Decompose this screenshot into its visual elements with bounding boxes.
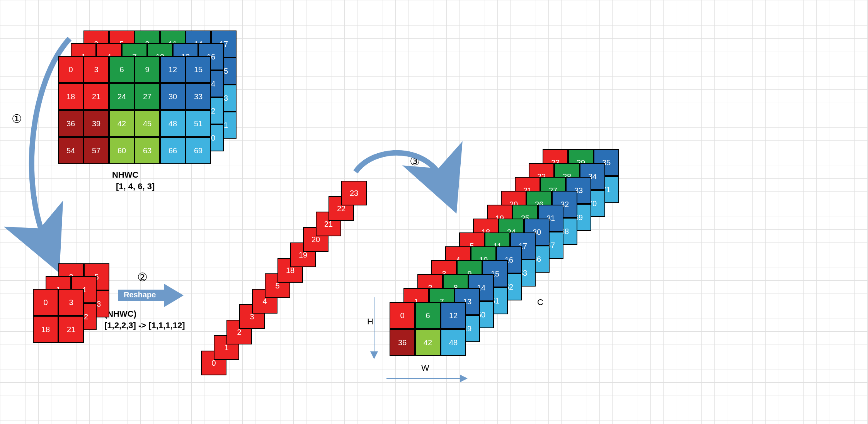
- step-2-marker: ②: [137, 270, 148, 284]
- tensorA-l0-r3-c2: 60: [109, 137, 134, 164]
- tensorA-l0-r2-c2: 42: [109, 110, 134, 137]
- tensorA-l0-r1-c1: 21: [83, 83, 109, 110]
- tensorB-l0-r0-c1: 3: [58, 289, 84, 316]
- tensorA-l0-r3-c0: 54: [58, 137, 83, 164]
- tensor-a-shape-label: [1, 4, 6, 3]: [116, 181, 155, 192]
- tensorA-l0-r2-c4: 48: [160, 110, 186, 137]
- tensorA-l0-r3-c4: 66: [160, 137, 186, 164]
- tensorC-l0-r1-c2: 48: [441, 329, 466, 356]
- tensorA-l0-r1-c2: 24: [109, 83, 134, 110]
- tensorA-l0-r1-c3: 27: [134, 83, 160, 110]
- tensorA-l0-r2-c0: 36: [58, 110, 83, 137]
- tensorA-l0-r0-c4: 12: [160, 56, 186, 83]
- tensorA-l0-r2-c3: 45: [134, 110, 160, 137]
- tensorA-l0-r0-c2: 6: [109, 56, 134, 83]
- tensorA-l0-r3-c1: 57: [83, 137, 109, 164]
- tensorA-l0-r1-c0: 18: [58, 83, 83, 110]
- tensorB-l0-r1-c0: 18: [33, 316, 58, 343]
- tensorC-l0-r0-c0: 0: [390, 302, 415, 329]
- tensorA-l0-r2-c1: 39: [83, 110, 109, 137]
- tensorB-l0-r1-c1: 21: [58, 316, 84, 343]
- tensor-b-shape-label: [1,2,2,3] -> [1,1,1,12]: [104, 321, 185, 331]
- ladder-11: 23: [341, 181, 367, 205]
- tensorC-l0-r0-c2: 12: [441, 302, 466, 329]
- tensorA-l0-r1-c5: 33: [186, 83, 211, 110]
- tensorB-l0-r0-c0: 0: [33, 289, 58, 316]
- arrow-3: [352, 141, 452, 203]
- tensorA-l0-r3-c5: 69: [186, 137, 211, 164]
- tensorA-l0-r1-c4: 30: [160, 83, 186, 110]
- tensorA-l0-r3-c3: 63: [134, 137, 160, 164]
- tensorA-l0-r0-c5: 15: [186, 56, 211, 83]
- tensorA-l0-r0-c3: 9: [134, 56, 160, 83]
- tensorA-l0-r0-c1: 3: [83, 56, 109, 83]
- tensorC-l0-r1-c1: 42: [415, 329, 441, 356]
- tensor-a-format-label: NHWC: [112, 170, 138, 180]
- axis-h-arrow: [370, 297, 378, 359]
- tensorA-l0-r0-c0: 0: [58, 56, 83, 83]
- axis-w-label: W: [421, 363, 429, 373]
- tensorC-l0-r0-c1: 6: [415, 302, 441, 329]
- tensorC-l0-r1-c0: 36: [390, 329, 415, 356]
- diagram-stage: ① ② ③ Reshape NHWC [1, 4, 6, 3] (NHWC) […: [0, 0, 868, 424]
- reshape-button-label: Reshape: [124, 290, 156, 299]
- axis-w-arrow: [386, 375, 468, 382]
- tensorA-l0-r2-c5: 51: [186, 110, 211, 137]
